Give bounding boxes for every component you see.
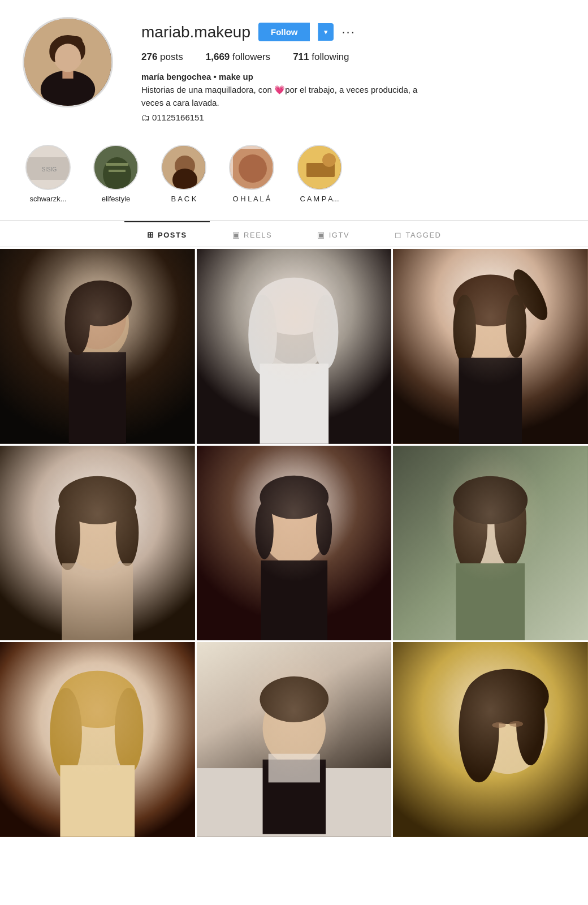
svg-point-44 — [453, 295, 477, 364]
stats-row: 276 posts 1,669 followers 711 following — [141, 51, 565, 63]
phone-number[interactable]: 01125166151 — [152, 113, 204, 122]
highlight-label-1: schwarzk... — [29, 195, 66, 203]
profile-section: mariab.makeup Follow ▾ ··· 276 posts 1,6… — [0, 0, 588, 133]
highlights-section: SISIG schwarzk... elifestyle B A C K — [0, 133, 588, 209]
highlight-circle-1: SISIG — [25, 145, 71, 190]
highlight-label-3: B A C K — [171, 195, 197, 203]
bio-phone: 🗂 01125166151 — [141, 113, 565, 122]
svg-point-45 — [506, 295, 526, 358]
svg-rect-30 — [69, 352, 126, 443]
reels-icon: ▣ — [232, 230, 241, 239]
bio-text: Historias de una maquilladora, con 💗por … — [141, 84, 424, 109]
profile-top-row: mariab.makeup Follow ▾ ··· — [141, 23, 565, 41]
highlight-circle-5 — [297, 145, 342, 190]
grid-cell-5[interactable] — [197, 446, 392, 641]
username: mariab.makeup — [141, 23, 250, 41]
tab-igtv[interactable]: ▣ IGTV — [295, 221, 372, 247]
photo-2 — [197, 249, 392, 444]
svg-rect-71 — [60, 765, 135, 837]
svg-rect-47 — [459, 358, 522, 444]
photo-5 — [197, 446, 392, 641]
svg-point-22 — [239, 154, 267, 183]
grid-cell-2[interactable] — [197, 249, 392, 444]
tab-igtv-label: IGTV — [329, 231, 349, 239]
following-stat[interactable]: 711 following — [293, 51, 349, 63]
grid-cell-3[interactable] — [393, 249, 588, 444]
tab-reels[interactable]: ▣ REELS — [210, 221, 295, 247]
photo-9 — [393, 642, 588, 837]
svg-rect-16 — [109, 170, 126, 172]
bio-name: maría bengochea • make up — [141, 72, 565, 81]
highlight-item[interactable]: SISIG schwarzk... — [23, 145, 74, 203]
tab-tagged-label: TAGGED — [406, 231, 442, 239]
svg-rect-53 — [62, 563, 133, 640]
svg-point-14 — [103, 157, 131, 190]
svg-rect-65 — [456, 563, 525, 640]
posts-grid — [0, 249, 588, 837]
tabs-row: ⊞ POSTS ▣ REELS ▣ IGTV ◻ TAGGED — [0, 221, 588, 247]
photo-6 — [393, 446, 588, 641]
svg-point-64 — [453, 476, 528, 524]
svg-point-51 — [55, 499, 80, 570]
grid-cell-1[interactable] — [0, 249, 195, 444]
svg-point-57 — [255, 502, 273, 559]
svg-rect-59 — [261, 560, 327, 640]
svg-point-9 — [55, 44, 81, 72]
phone-icon: 🗂 — [141, 113, 150, 122]
avatar[interactable] — [23, 17, 113, 107]
grid-cell-7[interactable] — [0, 642, 195, 837]
highlight-label-5: C A M P A... — [300, 195, 339, 203]
tab-posts-label: POSTS — [158, 231, 187, 239]
followers-stat[interactable]: 1,669 followers — [206, 51, 270, 63]
highlight-item-2[interactable]: elifestyle — [90, 145, 141, 203]
svg-point-82 — [466, 669, 549, 724]
more-options-button[interactable]: ··· — [341, 25, 355, 40]
svg-point-58 — [316, 502, 332, 555]
svg-point-38 — [248, 295, 277, 375]
highlight-label-4: O H L A L Á — [233, 195, 271, 203]
profile-info: mariab.makeup Follow ▾ ··· 276 posts 1,6… — [141, 17, 565, 122]
highlight-circle-2 — [93, 145, 139, 190]
svg-rect-40 — [260, 364, 328, 444]
follow-button[interactable]: Follow — [258, 23, 310, 41]
highlight-circle-4 — [229, 145, 274, 190]
photo-1 — [0, 249, 195, 444]
tab-reels-label: REELS — [244, 231, 272, 239]
grid-cell-4[interactable] — [0, 446, 195, 641]
photo-7 — [0, 642, 195, 837]
svg-point-39 — [313, 295, 338, 369]
tab-tagged[interactable]: ◻ TAGGED — [372, 221, 464, 247]
posts-grid-icon: ⊞ — [147, 230, 155, 239]
svg-point-32 — [65, 292, 90, 355]
svg-text:SISIG: SISIG — [42, 166, 57, 173]
grid-cell-8[interactable] — [197, 642, 392, 837]
svg-point-52 — [116, 499, 139, 566]
highlight-circle-3 — [161, 145, 206, 190]
photo-8 — [197, 642, 392, 837]
highlight-label-2: elifestyle — [102, 195, 131, 203]
svg-point-83 — [492, 722, 506, 728]
svg-point-25 — [322, 153, 336, 167]
tagged-icon: ◻ — [395, 230, 403, 239]
grid-cell-9[interactable] — [393, 642, 588, 837]
svg-rect-15 — [106, 163, 128, 166]
svg-point-75 — [260, 676, 328, 722]
highlight-item-4[interactable]: O H L A L Á — [226, 145, 277, 203]
igtv-icon: ▣ — [317, 230, 326, 239]
photo-3 — [393, 249, 588, 444]
grid-cell-6[interactable] — [393, 446, 588, 641]
tab-posts[interactable]: ⊞ POSTS — [124, 221, 210, 247]
posts-stat[interactable]: 276 posts — [141, 51, 183, 63]
highlight-item-3[interactable]: B A C K — [158, 145, 209, 203]
svg-point-84 — [509, 721, 523, 727]
follow-dropdown-button[interactable]: ▾ — [318, 23, 334, 41]
svg-rect-77 — [268, 754, 319, 783]
highlight-item-5[interactable]: C A M P A... — [294, 145, 345, 203]
photo-4 — [0, 446, 195, 641]
svg-point-70 — [115, 688, 144, 774]
